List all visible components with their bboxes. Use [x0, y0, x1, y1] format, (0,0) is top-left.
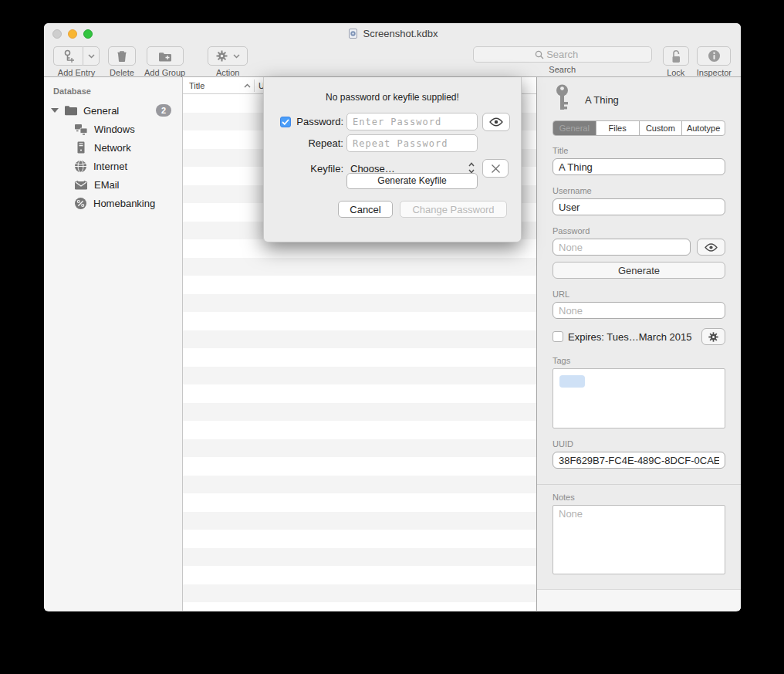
tab-general[interactable]: General: [553, 121, 596, 135]
url-label: URL: [553, 290, 725, 299]
notes-divider: [537, 484, 741, 485]
sheet-repeat-label: Repeat:: [264, 137, 343, 149]
group-label: EMail: [94, 179, 120, 191]
unlocked-padlock-icon: [670, 49, 682, 63]
change-password-sheet: No password or keyfile supplied! Passwor…: [263, 77, 522, 242]
disclosure-triangle-icon[interactable]: [51, 108, 59, 113]
sheet-repeat-input[interactable]: [346, 134, 478, 152]
search-field: [473, 46, 652, 63]
tag-token[interactable]: [559, 375, 585, 388]
windows-icon: [74, 124, 88, 135]
document-icon: [347, 28, 359, 39]
inspector-panel: A Thing General Files Custom Autotype Ti…: [536, 77, 741, 611]
percent-icon: [74, 197, 87, 210]
sidebar-item-windows[interactable]: Windows: [44, 120, 182, 138]
sidebar-item-homebanking[interactable]: Homebanking: [44, 194, 182, 212]
traffic-lights: [52, 29, 93, 39]
tab-files[interactable]: Files: [596, 121, 640, 135]
window-title-area: Screenshot.kdbx: [347, 28, 438, 39]
app-window: Screenshot.kdbx: [44, 23, 741, 611]
sheet-message: No password or keyfile supplied!: [264, 92, 521, 103]
group-label: Homebanking: [93, 198, 155, 209]
gear-icon: [215, 49, 228, 63]
add-entry-label: Add Entry: [58, 68, 95, 77]
chevron-down-icon: [233, 54, 240, 59]
inspector-header: A Thing: [537, 77, 741, 116]
checkmark-icon: [282, 119, 289, 125]
notes-label: Notes: [553, 493, 725, 502]
search-input[interactable]: [474, 47, 651, 62]
tab-custom[interactable]: Custom: [640, 121, 683, 135]
server-icon: [74, 141, 88, 154]
entry-title: A Thing: [585, 94, 619, 106]
tags-field[interactable]: [553, 368, 725, 428]
globe-icon: [74, 160, 87, 173]
sidebar-item-email[interactable]: EMail: [44, 175, 182, 194]
delete-button[interactable]: [108, 46, 136, 66]
sidebar: Database General 2 Wi: [44, 77, 183, 611]
add-group-label: Add Group: [144, 68, 185, 77]
add-entry-dropdown[interactable]: [83, 46, 100, 66]
search-icon: [535, 50, 544, 59]
titlebar: Screenshot.kdbx: [44, 23, 741, 44]
expires-options-button[interactable]: [701, 328, 725, 345]
sheet-reveal-password-button[interactable]: [482, 113, 510, 131]
action-button[interactable]: [208, 46, 248, 66]
add-entry-button[interactable]: [53, 46, 83, 66]
expires-checkbox[interactable]: [553, 331, 563, 342]
inspector-tabs: General Files Custom Autotype: [553, 120, 725, 136]
eye-icon: [705, 243, 718, 252]
tags-label: Tags: [553, 356, 725, 365]
desktop-background: Screenshot.kdbx: [0, 0, 784, 674]
inspector-label: Inspector: [697, 68, 732, 77]
username-label: Username: [553, 186, 725, 195]
column-header-title[interactable]: Title: [183, 81, 254, 90]
chevron-down-icon: [88, 54, 95, 59]
sidebar-item-internet[interactable]: Internet: [44, 157, 182, 175]
notes-field[interactable]: [553, 505, 725, 574]
lock-button[interactable]: [663, 46, 689, 66]
envelope-icon: [74, 179, 88, 190]
key-plus-icon: [61, 49, 76, 63]
sheet-password-input[interactable]: [346, 113, 478, 130]
gear-icon: [708, 331, 719, 343]
change-password-button: Change Password: [400, 201, 507, 218]
sidebar-item-network[interactable]: Network: [44, 138, 182, 157]
password-field[interactable]: [553, 239, 691, 256]
expires-label: Expires: Tues…March 2015: [568, 331, 691, 343]
minimize-button[interactable]: [68, 29, 77, 39]
cancel-button[interactable]: Cancel: [338, 201, 393, 218]
lock-label: Lock: [667, 68, 684, 77]
username-field[interactable]: [553, 198, 725, 215]
sidebar-item-general[interactable]: General 2: [44, 101, 182, 120]
close-x-icon: [491, 164, 501, 174]
search-label: Search: [549, 65, 576, 74]
expires-row: Expires: Tues…March 2015: [553, 328, 725, 345]
uuid-field[interactable]: [553, 452, 725, 469]
title-field[interactable]: [553, 158, 725, 175]
entry-count-badge: 2: [156, 104, 171, 117]
tab-autotype[interactable]: Autotype: [682, 121, 725, 135]
window-title: Screenshot.kdbx: [363, 28, 438, 39]
delete-label: Delete: [110, 68, 134, 77]
group-label: Windows: [94, 124, 135, 135]
title-label: Title: [553, 146, 725, 155]
add-group-button[interactable]: [147, 46, 184, 66]
sidebar-header: Database: [44, 83, 182, 101]
sort-ascending-icon: [244, 83, 251, 88]
sheet-password-label: Password:: [292, 116, 343, 127]
reveal-password-button[interactable]: [697, 239, 725, 256]
inspector-button[interactable]: [697, 46, 731, 66]
url-field[interactable]: [553, 302, 725, 319]
password-checkbox[interactable]: [280, 117, 291, 127]
generate-keyfile-button[interactable]: Generate Keyfile: [346, 173, 478, 189]
zoom-button[interactable]: [83, 29, 93, 39]
folder-plus-icon: [157, 50, 173, 63]
action-label: Action: [216, 68, 240, 77]
info-icon: [708, 49, 721, 63]
folder-icon: [64, 105, 78, 116]
sheet-keyfile-label: Keyfile:: [264, 163, 343, 174]
close-button: [52, 29, 62, 39]
clear-keyfile-button[interactable]: [482, 159, 509, 178]
generate-password-button[interactable]: Generate: [553, 262, 725, 279]
